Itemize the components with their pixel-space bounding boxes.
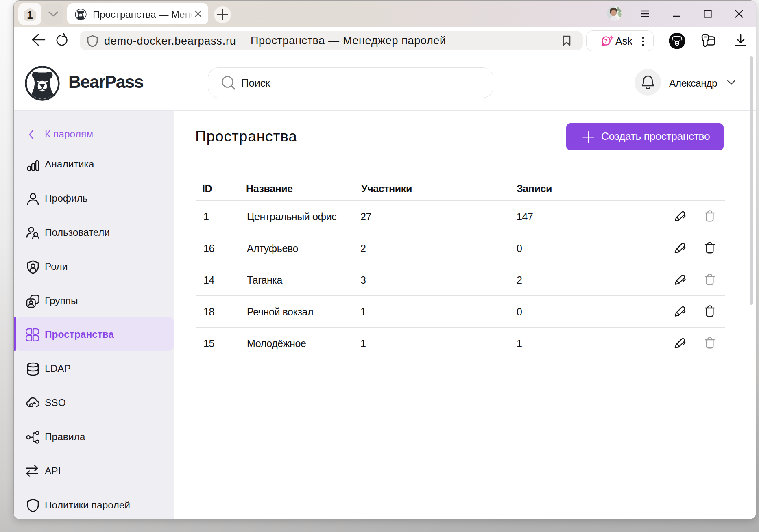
svg-text:?: ?: [604, 38, 607, 44]
